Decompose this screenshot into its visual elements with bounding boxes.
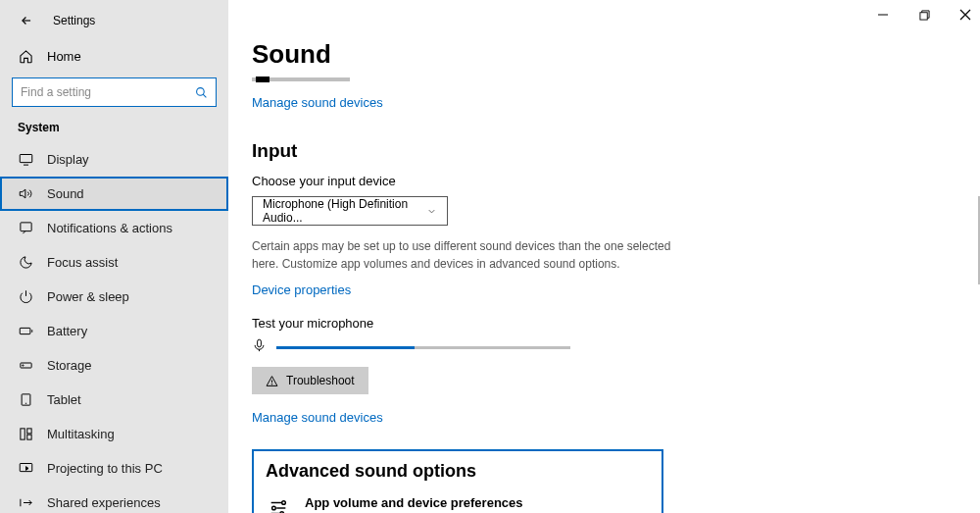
mic-test-row xyxy=(252,338,953,353)
nav-label: Sound xyxy=(47,186,84,201)
svg-point-14 xyxy=(282,501,286,505)
dropdown-value: Microphone (High Definition Audio... xyxy=(263,197,426,225)
storage-icon xyxy=(18,358,33,373)
advanced-heading: Advanced sound options xyxy=(266,461,650,482)
nav-focus-assist[interactable]: Focus assist xyxy=(0,245,228,280)
display-icon xyxy=(18,152,33,167)
nav-sound[interactable]: Sound xyxy=(0,177,228,211)
home-nav[interactable]: Home xyxy=(0,39,228,74)
power-icon xyxy=(18,289,33,304)
main-content: Sound Manage sound devices Input Choose … xyxy=(228,0,980,513)
nav-display[interactable]: Display xyxy=(0,142,228,177)
battery-icon xyxy=(18,324,33,338)
nav-label: Shared experiences xyxy=(47,495,161,510)
manage-sound-devices-link-2[interactable]: Manage sound devices xyxy=(252,410,383,425)
nav-label: Storage xyxy=(47,358,92,373)
nav-label: Focus assist xyxy=(47,255,118,270)
mic-level-bar xyxy=(276,346,570,349)
minimize-button[interactable] xyxy=(874,6,892,24)
chevron-down-icon xyxy=(426,206,437,217)
app-volume-prefs-item[interactable]: App volume and device preferences Custom… xyxy=(266,495,650,513)
window-title: Settings xyxy=(53,14,95,27)
mic-level-fill xyxy=(276,346,415,349)
nav-label: Projecting to this PC xyxy=(47,461,163,476)
nav-battery[interactable]: Battery xyxy=(0,314,228,348)
nav-shared-experiences[interactable]: Shared experiences xyxy=(0,486,228,513)
nav-label: Display xyxy=(47,152,89,167)
svg-point-15 xyxy=(272,506,276,510)
sidebar: Settings Home System Display Sound Notif… xyxy=(0,0,228,513)
svg-rect-9 xyxy=(26,435,30,439)
tablet-icon xyxy=(18,392,33,407)
advanced-sound-options-box: Advanced sound options App volume and de… xyxy=(252,449,663,513)
svg-rect-2 xyxy=(20,223,30,231)
svg-rect-7 xyxy=(20,429,24,439)
input-heading: Input xyxy=(252,140,953,162)
search-icon xyxy=(195,86,208,99)
input-description: Certain apps may be set up to use differ… xyxy=(252,237,673,273)
manage-sound-devices-link[interactable]: Manage sound devices xyxy=(252,95,383,110)
nav-label: Multitasking xyxy=(47,427,115,441)
notifications-icon xyxy=(18,221,33,235)
shared-icon xyxy=(18,495,33,510)
home-icon xyxy=(18,49,33,64)
multitasking-icon xyxy=(18,427,33,441)
svg-point-5 xyxy=(22,365,23,366)
microphone-icon xyxy=(252,338,267,353)
svg-rect-3 xyxy=(20,328,30,333)
nav-label: Tablet xyxy=(47,392,81,407)
page-title: Sound xyxy=(252,39,953,70)
sound-icon xyxy=(18,186,33,201)
titlebar: Settings xyxy=(0,8,228,39)
nav-label: Battery xyxy=(47,324,87,338)
nav-multitasking[interactable]: Multitasking xyxy=(0,417,228,451)
device-properties-link[interactable]: Device properties xyxy=(252,282,351,297)
volume-slider-fragment[interactable] xyxy=(252,77,350,81)
nav-projecting[interactable]: Projecting to this PC xyxy=(0,451,228,486)
svg-rect-12 xyxy=(258,339,262,347)
projecting-icon xyxy=(18,461,33,476)
input-device-dropdown[interactable]: Microphone (High Definition Audio... xyxy=(252,196,448,226)
troubleshoot-label: Troubleshoot xyxy=(286,374,355,387)
maximize-button[interactable] xyxy=(915,6,933,24)
nav-group-label: System xyxy=(0,121,228,142)
svg-rect-11 xyxy=(919,12,926,19)
troubleshoot-button[interactable]: Troubleshoot xyxy=(252,367,368,394)
nav-notifications[interactable]: Notifications & actions xyxy=(0,211,228,245)
back-button[interactable] xyxy=(18,12,35,29)
nav-storage[interactable]: Storage xyxy=(0,348,228,383)
window-controls xyxy=(874,6,974,24)
test-mic-label: Test your microphone xyxy=(252,316,953,331)
svg-point-13 xyxy=(271,384,272,385)
search-box[interactable] xyxy=(12,77,217,107)
choose-input-label: Choose your input device xyxy=(252,174,953,188)
nav-power-sleep[interactable]: Power & sleep xyxy=(0,280,228,314)
nav-tablet[interactable]: Tablet xyxy=(0,383,228,417)
close-button[interactable] xyxy=(956,6,974,24)
search-input[interactable] xyxy=(21,85,195,99)
nav-label: Power & sleep xyxy=(47,289,129,304)
nav-label: Notifications & actions xyxy=(47,221,172,235)
svg-rect-1 xyxy=(20,155,32,163)
sliders-icon xyxy=(266,495,291,513)
app-volume-text: App volume and device preferences Custom… xyxy=(305,495,632,513)
svg-point-0 xyxy=(197,87,205,95)
home-label: Home xyxy=(47,49,81,64)
svg-rect-8 xyxy=(26,429,30,434)
focus-assist-icon xyxy=(18,255,33,270)
app-volume-title: App volume and device preferences xyxy=(305,495,632,510)
warning-icon xyxy=(266,375,278,387)
